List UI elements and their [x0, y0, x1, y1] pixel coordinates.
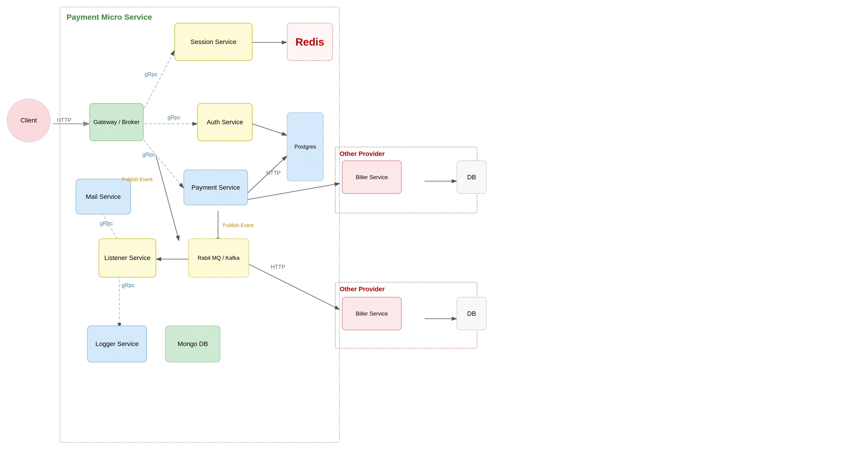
- db1-node: DB: [457, 161, 487, 194]
- mongodb-node: Mongo DB: [165, 326, 220, 362]
- session-node: Session Service: [175, 23, 252, 61]
- mail-node: Mail Service: [76, 179, 131, 215]
- postgres-node: Postgres: [287, 112, 323, 181]
- logger-node: Logger Service: [87, 326, 147, 362]
- main-container-label: Payment Micro Service: [67, 12, 152, 22]
- grpc-label-gateway-payment: gRpc: [142, 151, 155, 158]
- gateway-node: Gateway / Broker: [90, 103, 144, 141]
- biller2-node: Biller Service: [342, 297, 402, 330]
- rabitmq-node: Rabit MQ / Kafka: [188, 238, 249, 278]
- grpc-label-gateway-session: gRpc: [145, 71, 157, 77]
- publish-event-label1: Publish Event: [122, 176, 153, 183]
- biller1-node: Biller Service: [342, 161, 402, 194]
- provider2-label: Other Provider: [340, 286, 385, 293]
- redis-node: Redis: [287, 23, 333, 61]
- http-label-payment-biller1: HTTP: [266, 170, 281, 176]
- listener-node: Listener Service: [99, 238, 156, 278]
- grpc-label-listener-mail: gRpc: [100, 220, 113, 227]
- http-label-client-gateway: HTTP: [57, 117, 71, 123]
- publish-event-label2: Publish Event: [223, 222, 254, 228]
- payment-node: Payment Service: [184, 170, 248, 205]
- db2-node: DB: [457, 297, 487, 330]
- client-node: Client: [7, 99, 51, 142]
- provider1-label: Other Provider: [340, 150, 385, 158]
- grpc-label-listener-logger: gRpc: [122, 282, 134, 289]
- auth-node: Auth Service: [197, 103, 252, 141]
- diagram: Payment Micro Service Other Provider Oth…: [0, 0, 868, 457]
- grpc-label-gateway-auth: gRpc: [167, 114, 180, 121]
- http-label-rabbitmq-biller2: HTTP: [271, 264, 285, 270]
